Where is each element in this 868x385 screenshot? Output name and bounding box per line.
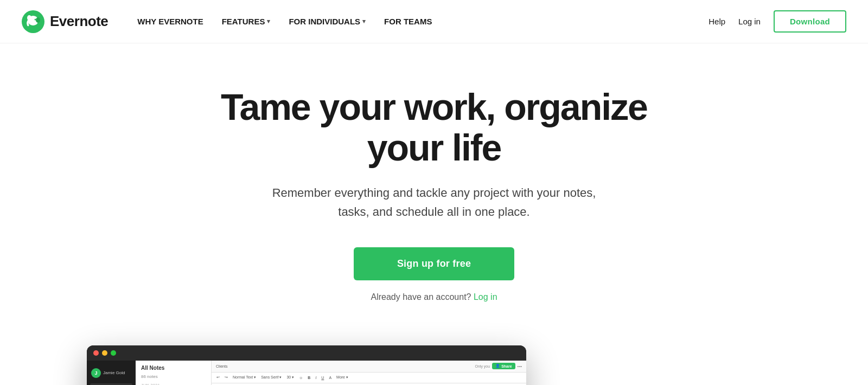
- toolbar-highlight[interactable]: A: [327, 375, 333, 380]
- nav-for-individuals[interactable]: FOR INDIVIDUALS ▾: [281, 12, 373, 30]
- logo-text: Evernote: [50, 13, 108, 30]
- toolbar-normal-text[interactable]: Normal Text ▾: [231, 375, 258, 380]
- app-notes-list: All Notes 86 notes JUN 2021: [136, 361, 212, 385]
- laptop-screen: J Jamie Gold 🔍 Search + New All Notes: [87, 361, 526, 385]
- toolbar-redo[interactable]: ↪: [223, 375, 229, 380]
- app-editor-only: Only you: [475, 364, 490, 368]
- nav-features[interactable]: FEATURES ▾: [214, 12, 278, 30]
- svg-point-3: [36, 17, 40, 23]
- laptop-topbar: [87, 345, 526, 361]
- login-link[interactable]: Log in: [738, 17, 761, 26]
- toolbar-emoji[interactable]: ☺: [297, 375, 304, 380]
- app-username: Jamie Gold: [103, 370, 125, 375]
- app-share-button[interactable]: 👤 Share: [492, 363, 515, 369]
- app-editor-more-icon: •••: [518, 364, 522, 369]
- individuals-chevron-icon: ▾: [362, 18, 366, 25]
- toolbar-bold[interactable]: B: [306, 375, 312, 380]
- help-link[interactable]: Help: [709, 17, 725, 26]
- app-user-row: J Jamie Gold: [87, 365, 136, 381]
- hero-section: Tame your work, organize your life Remem…: [0, 43, 868, 335]
- hero-subtitle: Remember everything and tackle any proje…: [260, 183, 608, 221]
- app-notes-date: JUN 2021: [136, 381, 211, 385]
- logo-icon: [22, 10, 44, 33]
- app-sidebar: J Jamie Gold 🔍 Search + New: [87, 361, 136, 385]
- logo-link[interactable]: Evernote: [22, 10, 108, 33]
- app-avatar: J: [91, 368, 101, 378]
- app-editor-toolbar: ↩ ↪ Normal Text ▾ Sans Serif ▾ 30 ▾ ☺ B …: [212, 373, 526, 383]
- toolbar-underline[interactable]: U: [320, 375, 326, 380]
- svg-point-2: [27, 15, 31, 21]
- hero-login-link[interactable]: Log in: [474, 292, 497, 301]
- features-chevron-icon: ▾: [267, 18, 270, 25]
- app-notes-count: 86 notes: [136, 374, 211, 381]
- toolbar-size[interactable]: 30 ▾: [285, 375, 296, 380]
- window-close-dot: [93, 350, 99, 356]
- app-editor-tag: Clients: [216, 364, 227, 368]
- download-button[interactable]: Download: [774, 10, 846, 33]
- nav-for-teams[interactable]: FOR TEAMS: [376, 12, 439, 30]
- toolbar-undo[interactable]: ↩: [215, 375, 221, 380]
- nav-right: Help Log in Download: [709, 10, 846, 33]
- toolbar-italic[interactable]: I: [314, 375, 318, 380]
- app-share-area: Only you 👤 Share •••: [475, 363, 522, 369]
- toolbar-more[interactable]: More ▾: [335, 375, 350, 380]
- hero-title: Tame your work, organize your life: [190, 87, 678, 168]
- app-notes-header: All Notes: [136, 365, 211, 374]
- app-screenshot: J Jamie Gold 🔍 Search + New All Notes: [87, 345, 526, 385]
- login-prompt: Already have an account? Log in: [371, 292, 497, 302]
- svg-point-4: [35, 18, 36, 20]
- app-screenshot-container: J Jamie Gold 🔍 Search + New All Notes: [0, 345, 868, 385]
- app-editor-topbar: Clients Only you 👤 Share •••: [212, 361, 526, 373]
- nav-links: WHY EVERNOTE FEATURES ▾ FOR INDIVIDUALS …: [130, 12, 709, 30]
- nav-why-evernote[interactable]: WHY EVERNOTE: [130, 12, 210, 30]
- share-icon: 👤: [495, 364, 500, 368]
- window-minimize-dot: [102, 350, 107, 356]
- toolbar-font[interactable]: Sans Serif ▾: [259, 375, 283, 380]
- app-editor: Clients Only you 👤 Share ••• ↩ ↪: [212, 361, 526, 385]
- navbar: Evernote WHY EVERNOTE FEATURES ▾ FOR IND…: [0, 0, 868, 43]
- signup-button[interactable]: Sign up for free: [354, 247, 514, 280]
- window-maximize-dot: [111, 350, 116, 356]
